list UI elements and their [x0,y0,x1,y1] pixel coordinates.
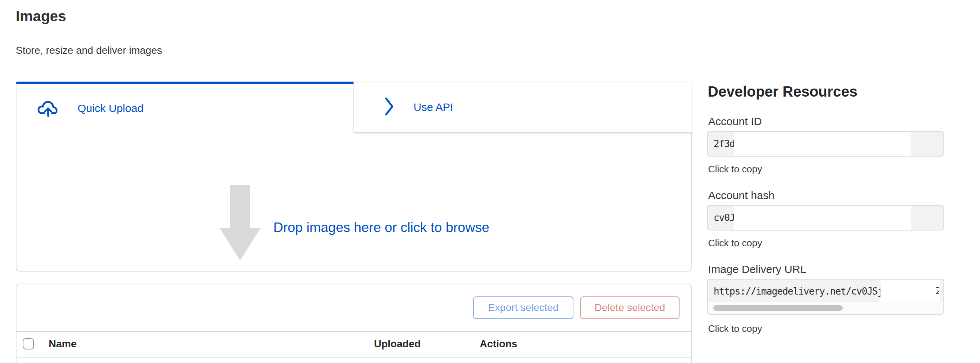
arrow-down-icon [220,185,261,263]
tab-quick-upload[interactable]: Quick Upload [16,84,353,132]
divider [16,357,691,358]
tab-use-api-label: Use API [414,101,453,113]
page-title: Images [16,7,66,25]
active-tab-indicator [16,81,354,84]
image-delivery-url-field[interactable]: https://imagedelivery.net/cv0JSj 2 [707,279,944,315]
select-all-checkbox[interactable] [23,338,34,349]
horizontal-scrollbar [708,302,943,314]
image-delivery-url-value: https://imagedelivery.net/cv0JSj [714,280,883,303]
images-dashboard-page: Images Store, resize and deliver images … [0,0,980,363]
clipped-character: 2 [935,285,939,297]
export-selected-button[interactable]: Export selected [473,296,573,319]
account-hash-field[interactable]: cv0J [707,205,944,231]
sidebar-title: Developer Resources [708,83,858,100]
tab-use-api[interactable]: Use API [353,81,692,132]
image-list-panel: Export selected Delete selected Name Upl… [16,283,692,363]
page-subtitle: Store, resize and deliver images [16,44,162,57]
redaction-overlay [734,132,911,156]
cloud-upload-icon [37,99,60,118]
tab-quick-upload-label: Quick Upload [78,102,143,115]
account-id-label: Account ID [708,115,762,128]
dropzone-label: Drop images here or click to browse [274,219,489,236]
column-header-actions: Actions [480,338,517,350]
redaction-overlay [734,205,911,230]
delete-selected-button[interactable]: Delete selected [580,296,679,319]
column-header-name: Name [49,338,76,350]
account-id-field[interactable]: 2f3d [707,131,944,157]
image-delivery-url-label: Image Delivery URL [708,263,806,276]
column-header-uploaded: Uploaded [374,338,421,350]
account-hash-value: cv0J [714,205,735,230]
account-id-value: 2f3d [714,132,735,156]
developer-resources-section: Developer Resources Account ID 2f3d Clic… [707,0,944,363]
click-to-copy-hint: Click to copy [708,163,762,175]
chevron-right-icon [383,96,395,118]
redaction-overlay: 2 [880,280,940,302]
divider [16,331,691,332]
scrollbar-thumb[interactable] [713,305,843,310]
upload-panel: Quick Upload Use API Drop images here or… [16,81,692,272]
click-to-copy-hint: Click to copy [708,237,762,249]
click-to-copy-hint: Click to copy [708,323,762,334]
account-hash-label: Account hash [708,189,775,202]
dropzone[interactable]: Drop images here or click to browse [17,132,692,270]
